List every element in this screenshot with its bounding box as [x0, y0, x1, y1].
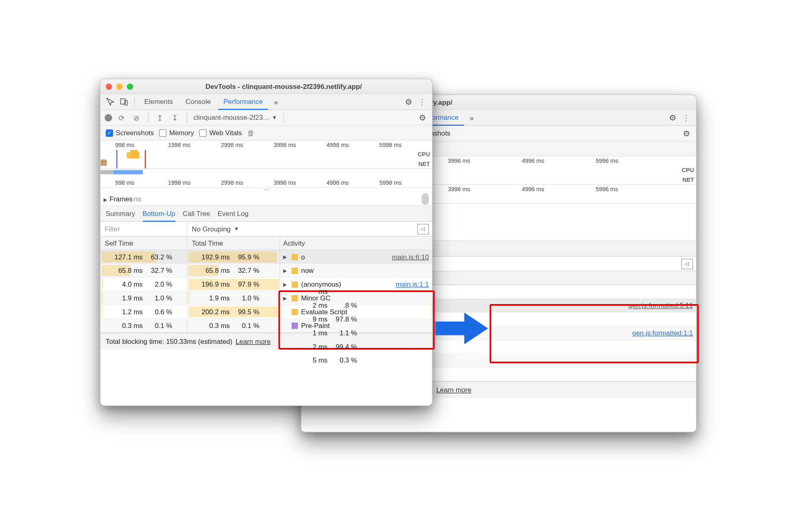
tab-console[interactable]: Console [180, 94, 216, 110]
activity-side-toggle[interactable]: ◁ [681, 258, 693, 269]
chevron-down-icon: ▼ [272, 114, 277, 120]
source-link[interactable]: main.js:1:1 [396, 280, 429, 288]
tab-elements[interactable]: Elements [139, 94, 178, 110]
disclosure-triangle-icon[interactable]: ▶ [283, 295, 288, 300]
self-time-cell: 0.3 ms0.1 % [100, 319, 187, 332]
frames-track-header[interactable]: Frames ns [100, 192, 432, 206]
record-button[interactable] [104, 114, 112, 121]
timeline-overview[interactable]: 998 ms 1998 ms 2998 ms 3998 ms 4998 ms 5… [100, 140, 432, 169]
gc-icon [291, 295, 298, 301]
memory-toggle[interactable]: Memory [159, 129, 194, 137]
js-icon [291, 309, 298, 315]
cpu-label: CPU [682, 167, 694, 173]
grouping-selector[interactable]: No Grouping ▼ [187, 225, 293, 233]
total-time-cell: 192.9 ms95.9 % [187, 250, 280, 263]
device-toggle-icon[interactable] [118, 96, 130, 108]
devtools-window-before: DevTools - clinquant-mousse-2f2396.netli… [100, 79, 433, 406]
scrollbar-thumb[interactable] [421, 193, 429, 205]
close-icon[interactable] [106, 83, 112, 90]
web-vitals-toggle[interactable]: Web Vitals [199, 129, 242, 137]
inspect-icon[interactable] [104, 96, 116, 108]
disclosure-triangle-icon[interactable] [104, 195, 109, 203]
self-time-cell: 65.8 ms32.7 % [100, 264, 187, 277]
learn-more-link[interactable]: Learn more [235, 337, 270, 345]
window-title: DevTools - clinquant-mousse-2f2396.netli… [141, 82, 427, 91]
upload-icon[interactable]: ↥ [155, 113, 165, 122]
gear-icon[interactable]: ⚙ [666, 112, 678, 122]
cpu-label: CPU [418, 151, 430, 158]
more-tabs-icon[interactable]: » [270, 96, 282, 108]
total-time-cell: 196.9 ms97.9 % [187, 278, 280, 291]
screenshots-toggle[interactable]: ✓ Screenshots [106, 129, 154, 137]
table-row[interactable]: 1.9 ms1.0 %1.9 ms1.0 %▶Minor GC [100, 291, 432, 305]
disclosure-triangle-icon[interactable]: ▶ [283, 268, 288, 273]
col-total-time[interactable]: Total Time [187, 236, 280, 250]
tab-summary[interactable]: Summary [106, 205, 135, 221]
tab-event-log[interactable]: Event Log [217, 205, 248, 221]
timeline-ticks: 998 ms 1998 ms 2998 ms 3998 ms 4998 ms 5… [100, 140, 432, 150]
checkbox-icon [159, 129, 166, 136]
traffic-lights[interactable] [106, 83, 133, 90]
gear-icon[interactable]: ⚙ [416, 112, 428, 122]
recording-selector[interactable]: clinquant-mousse-2f23… ▼ [193, 113, 277, 121]
svg-rect-0 [120, 98, 125, 104]
self-time-cell: 127.1 ms63.2 % [100, 250, 187, 263]
learn-more-link[interactable]: Learn more [436, 386, 471, 394]
perf-toolbar: ⟳ ⊘ ↥ ↧ clinquant-mousse-2f23… ▼ ⚙ [100, 110, 432, 125]
source-link[interactable]: gen.js:formatted:1:1 [632, 329, 693, 337]
kebab-menu-icon[interactable]: ⋮ [680, 112, 692, 122]
tab-call-tree[interactable]: Call Tree [182, 205, 210, 221]
total-time-cell: 1.9 ms1.0 % [187, 291, 280, 304]
activity-name: now [301, 266, 429, 274]
frames-label: Frames [109, 195, 132, 203]
total-time-cell: 0.3 ms0.1 % [187, 319, 280, 332]
reload-icon[interactable]: ⟳ [116, 113, 127, 122]
filter-input[interactable]: Filter [100, 222, 187, 236]
activity-side-toggle[interactable]: ◁ [417, 223, 429, 234]
disclosure-triangle-icon[interactable]: ▶ [283, 254, 288, 259]
more-tabs-icon[interactable]: » [466, 112, 478, 123]
col-self-time[interactable]: Self Time [100, 236, 187, 250]
timeline-trackpad[interactable]: 998 ms 1998 ms 2998 ms 3998 ms 4998 ms 5… [100, 169, 432, 188]
detail-tabs: Summary Bottom-Up Call Tree Event Log [100, 206, 432, 222]
perf-options-row: ✓ Screenshots Memory Web Vitals 🗑 [100, 125, 432, 140]
kebab-menu-icon[interactable]: ⋮ [416, 97, 428, 106]
self-time-cell: 1.2 ms0.6 % [100, 305, 187, 318]
minimize-icon[interactable] [116, 83, 123, 90]
window-titlebar[interactable]: DevTools - clinquant-mousse-2f2396.netli… [100, 79, 432, 94]
gear-icon[interactable]: ⚙ [680, 128, 692, 138]
svg-rect-1 [125, 100, 128, 105]
zoom-icon[interactable] [127, 83, 133, 90]
checkbox-icon [199, 129, 206, 136]
paint-icon [291, 322, 298, 328]
js-icon [291, 281, 298, 287]
table-header: Self Time Total Time Activity [100, 236, 432, 250]
js-icon [291, 267, 298, 274]
clear-icon[interactable]: ⊘ [131, 113, 141, 122]
activity-cell: ▶omain.js:6:10 [280, 250, 432, 263]
trash-icon[interactable]: 🗑 [247, 128, 254, 137]
gear-icon[interactable]: ⚙ [402, 97, 414, 106]
total-time-cell: 200.2 ms99.5 % [187, 305, 280, 318]
blocking-time-footer: Total blocking time: 150.33ms (estimated… [100, 332, 432, 350]
download-icon[interactable]: ↧ [169, 113, 180, 122]
total-time-cell: 65.8 ms32.7 % [187, 264, 280, 277]
self-time-cell: 4.0 ms2.0 % [100, 278, 187, 291]
table-row[interactable]: 65.8 ms32.7 %65.8 ms32.7 %▶now [100, 264, 432, 278]
source-link[interactable]: gen.js:formatted:5:11 [628, 301, 693, 309]
resizer-handle[interactable]: ⋯ [100, 188, 432, 192]
tab-bottom-up[interactable]: Bottom-Up [142, 205, 175, 221]
table-row[interactable]: 0.3 ms0.1 %0.3 ms0.1 %Pre-Paint [100, 319, 432, 332]
tab-performance[interactable]: Performance [218, 94, 268, 110]
disclosure-triangle-icon[interactable]: ▶ [283, 281, 288, 287]
activity-name: o [301, 253, 389, 261]
table-row[interactable]: 1.2 ms0.6 %200.2 ms99.5 %Evaluate Script [100, 305, 432, 319]
activity-name: (anonymous) [301, 280, 392, 288]
table-row[interactable]: 127.1 ms63.2 %192.9 ms95.9 %▶omain.js:6:… [100, 250, 432, 264]
table-row[interactable]: 4.0 ms2.0 %196.9 ms97.9 %▶(anonymous)mai… [100, 278, 432, 291]
col-activity[interactable]: Activity [280, 236, 432, 250]
activity-cell: ▶(anonymous)main.js:1:1 [280, 278, 432, 291]
js-icon [291, 253, 298, 260]
net-label: NET [418, 160, 430, 167]
source-link[interactable]: main.js:6:10 [392, 253, 429, 261]
